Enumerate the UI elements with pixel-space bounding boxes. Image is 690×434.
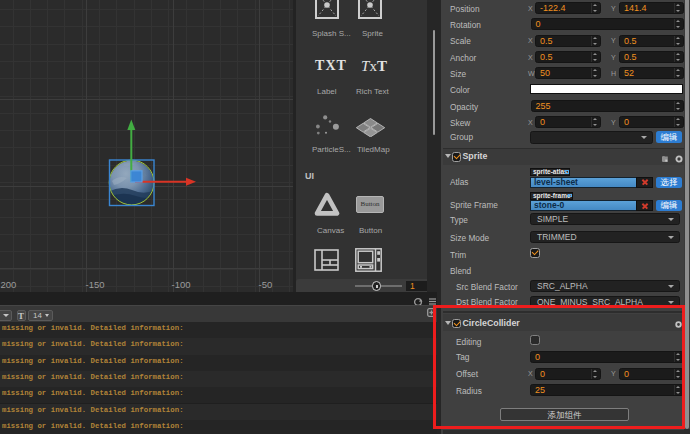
svg-text:200: 200 [1, 279, 17, 290]
svg-text:-100: -100 [172, 279, 191, 290]
svg-text:-150: -150 [86, 279, 105, 290]
svg-text:-50: -50 [259, 279, 273, 290]
